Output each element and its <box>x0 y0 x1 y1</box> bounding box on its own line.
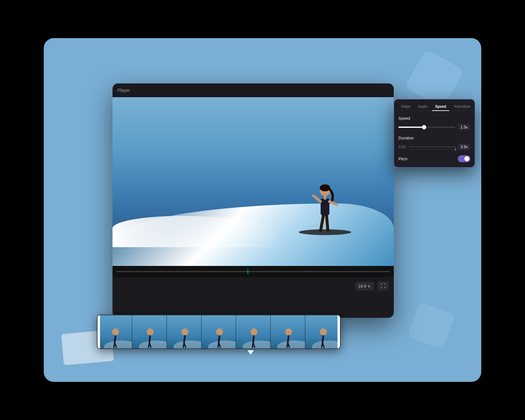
svg-point-12 <box>112 328 119 335</box>
filmstrip[interactable] <box>97 315 341 349</box>
filmstrip-thumb-2 <box>132 315 167 348</box>
pitch-label: Pitch <box>398 157 408 161</box>
duration-label: Duration <box>398 136 470 140</box>
video-area <box>112 97 394 266</box>
toggle-knob <box>464 156 469 161</box>
duration-start: 3.5s <box>398 145 407 149</box>
svg-point-42 <box>285 328 292 335</box>
svg-line-25 <box>184 335 185 342</box>
svg-line-43 <box>288 335 289 342</box>
timeline-track[interactable] <box>116 271 390 272</box>
deco-shape-bottom-right <box>407 302 455 350</box>
surfer-figure <box>294 153 356 241</box>
svg-point-9 <box>320 184 330 191</box>
svg-point-30 <box>216 328 223 335</box>
speed-slider-thumb[interactable] <box>422 125 426 129</box>
speed-slider-row[interactable]: 1.5x <box>398 124 470 131</box>
svg-marker-53 <box>455 148 456 151</box>
speed-value: 1.5x <box>458 124 470 131</box>
speed-slider-fill <box>398 127 424 128</box>
outer-background: Player <box>44 38 481 382</box>
speed-label: Speed <box>398 116 470 121</box>
duration-end: 3.5s <box>458 143 470 150</box>
filmstrip-thumb-5 <box>236 315 271 348</box>
filmstrip-thumb-6 <box>271 315 305 348</box>
panel-tabs: Video Audio Speed Animation <box>394 99 475 111</box>
svg-point-18 <box>147 328 154 335</box>
svg-point-24 <box>181 328 188 335</box>
pitch-row: Pitch <box>398 155 470 162</box>
svg-line-49 <box>322 335 323 342</box>
svg-line-6 <box>329 202 337 204</box>
svg-line-37 <box>253 335 254 342</box>
pitch-toggle[interactable] <box>458 155 470 162</box>
filmstrip-thumb-1 <box>98 315 132 348</box>
fullscreen-icon: ⛶ <box>381 283 386 288</box>
svg-line-5 <box>313 196 321 202</box>
svg-line-19 <box>149 335 150 342</box>
aspect-ratio-chevron: ∨ <box>368 284 371 288</box>
svg-line-1 <box>321 215 323 231</box>
speed-slider-track[interactable] <box>398 127 455 128</box>
filmstrip-thumb-4 <box>202 315 236 348</box>
duration-track <box>409 147 456 147</box>
timeline-bar[interactable] <box>112 266 394 277</box>
aspect-ratio-button[interactable]: 16:9 ∨ <box>355 282 374 290</box>
timeline-playhead <box>248 269 248 274</box>
filmstrip-thumb-3 <box>167 315 202 348</box>
svg-line-2 <box>327 215 328 231</box>
tab-animation[interactable]: Animation <box>451 102 473 111</box>
player-titlebar: Player <box>112 83 394 97</box>
timeline-dots <box>116 271 390 272</box>
playhead-marker <box>248 350 254 355</box>
filmstrip-thumb-7 <box>305 315 340 348</box>
svg-point-48 <box>320 328 327 335</box>
tab-speed[interactable]: Speed <box>432 102 449 111</box>
fullscreen-button[interactable]: ⛶ <box>378 281 389 291</box>
svg-point-0 <box>299 229 351 235</box>
svg-line-31 <box>219 335 220 342</box>
duration-row: 3.5s 3.5s <box>398 143 470 150</box>
svg-point-36 <box>251 328 258 335</box>
filmstrip-handle-left[interactable] <box>98 315 100 348</box>
svg-line-13 <box>115 335 116 342</box>
player-title: Player <box>118 88 130 93</box>
player-window: Player <box>112 83 394 318</box>
aspect-ratio-label: 16:9 <box>358 284 366 288</box>
tab-audio[interactable]: Audio <box>415 102 431 111</box>
tab-video[interactable]: Video <box>398 102 413 111</box>
filmstrip-handle-right[interactable] <box>338 315 340 348</box>
properties-panel: Video Audio Speed Animation Speed <box>394 99 475 168</box>
bottom-bar: 16:9 ∨ ⛶ <box>112 277 394 295</box>
panel-body: Speed 1.5x Duration 3.5s <box>394 111 475 167</box>
